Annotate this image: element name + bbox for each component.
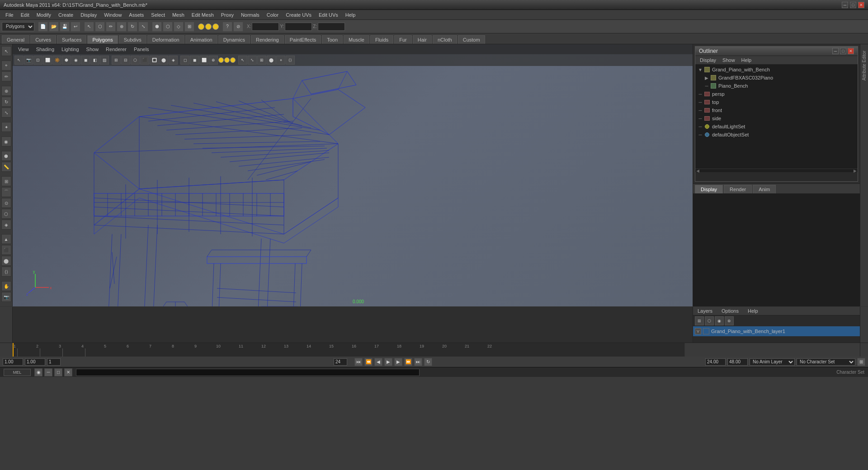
vt-select[interactable]: ↖ — [14, 56, 24, 65]
outliner-item-side[interactable]: ─ side — [695, 114, 858, 122]
anim-end-input[interactable] — [727, 358, 748, 366]
layer-menu-options[interactable]: Options — [719, 308, 741, 314]
layer-tool-4[interactable]: ⊕ — [725, 316, 734, 325]
layer-menu-help[interactable]: Help — [745, 308, 761, 314]
tb-undo[interactable]: ↩ — [71, 22, 80, 32]
lt-move[interactable]: ⊕ — [1, 86, 11, 96]
menu-edit-mesh[interactable]: Edit Mesh — [188, 11, 217, 19]
tab-general[interactable]: General — [2, 35, 29, 44]
lt-snap[interactable]: ⬢ — [1, 151, 11, 161]
vt-extra2[interactable]: ⤡ — [248, 56, 257, 65]
tab-painteffects[interactable]: PaintEffects — [285, 35, 321, 44]
outliner-maximize[interactable]: □ — [840, 48, 846, 54]
lt-scale[interactable]: ⤡ — [1, 108, 11, 118]
tab-fluids[interactable]: Fluids — [370, 35, 393, 44]
menu-edit[interactable]: Edit — [17, 11, 33, 19]
outliner-menu-display[interactable]: Display — [697, 57, 719, 63]
vp-menu-renderer[interactable]: Renderer — [103, 46, 129, 53]
tb-snap3[interactable]: ◇ — [174, 22, 184, 32]
scroll-right[interactable]: ▶ — [854, 169, 857, 173]
tab-polygons[interactable]: Polygons — [87, 35, 118, 44]
tab-surfaces[interactable]: Surfaces — [57, 35, 86, 44]
scroll-left[interactable]: ◀ — [696, 169, 699, 173]
play-start[interactable]: ⏮ — [354, 358, 363, 366]
outliner-item-top[interactable]: ─ top — [695, 98, 858, 106]
tb-question[interactable]: ⊘ — [233, 22, 243, 32]
tb-snap4[interactable]: ⊞ — [184, 22, 194, 32]
vt-shaded[interactable]: ◼ — [81, 56, 90, 65]
tab-rendering[interactable]: Rendering — [251, 35, 284, 44]
outliner-item-lightset[interactable]: ─ defaultLightSet — [695, 122, 858, 131]
play-end[interactable]: ⏭ — [414, 358, 422, 366]
layer-tool-2[interactable]: ⬡ — [705, 316, 714, 325]
tb-save[interactable]: 💾 — [60, 22, 70, 32]
tab-animation[interactable]: Animation — [185, 35, 217, 44]
ch-tab-render[interactable]: Render — [724, 185, 752, 193]
menu-assets[interactable]: Assets — [125, 11, 147, 19]
outliner-item-objectset[interactable]: ─ defaultObjectSet — [695, 131, 858, 139]
vt-render[interactable]: 🔆 — [52, 56, 61, 65]
lt-soft[interactable]: ◉ — [1, 136, 11, 146]
outliner-menu-help[interactable]: Help — [739, 57, 755, 63]
outliner-close[interactable]: ✕ — [848, 48, 854, 54]
tab-fur[interactable]: Fur — [394, 35, 412, 44]
layer-menu-layers[interactable]: Layers — [695, 308, 715, 314]
tb-lasso[interactable]: ⬡ — [95, 22, 105, 32]
lt-bevel[interactable]: ◈ — [1, 220, 11, 230]
vt-extra4[interactable]: ⬤ — [267, 56, 276, 65]
lt-bridge[interactable]: ⬛ — [1, 245, 11, 255]
tb-help[interactable]: ? — [222, 22, 232, 32]
outliner-item-front[interactable]: ─ front — [695, 106, 858, 114]
vp-menu-panels[interactable]: Panels — [131, 46, 152, 53]
play-forward[interactable]: ▶ — [384, 358, 392, 366]
menu-file[interactable]: File — [2, 11, 17, 19]
tab-subdivs[interactable]: Subdivs — [119, 35, 146, 44]
lt-grid[interactable]: ⊞ — [1, 176, 11, 186]
tb-scale[interactable]: ⤡ — [138, 22, 148, 32]
vp-menu-show[interactable]: Show — [84, 46, 102, 53]
maximize-button[interactable]: □ — [850, 2, 856, 8]
vt-display7[interactable]: ◈ — [169, 56, 178, 65]
outliner-item-fbx-piano[interactable]: ▶ GrandFBXASC032Piano — [695, 74, 858, 82]
mode-select[interactable]: Polygons — [2, 22, 34, 31]
lt-curve[interactable]: ⌒ — [1, 187, 11, 197]
vt-display4[interactable]: ⬛ — [140, 56, 149, 65]
character-set-select[interactable]: No Character Set — [797, 358, 855, 366]
vt-extra5[interactable]: ⌖ — [276, 56, 285, 65]
mel-input[interactable] — [76, 369, 420, 376]
vt-extra1[interactable]: ↖ — [238, 56, 247, 65]
tb-snap1[interactable]: ⬢ — [152, 22, 162, 32]
layer-ref[interactable] — [703, 328, 709, 334]
vt-wire[interactable]: ⬢ — [62, 56, 71, 65]
tab-curves[interactable]: Curves — [30, 35, 56, 44]
menu-edit-uvs[interactable]: Edit UVs — [315, 11, 342, 19]
vp-menu-lighting[interactable]: Lighting — [59, 46, 82, 53]
vp-menu-shading[interactable]: Shading — [33, 46, 57, 53]
vt-extra6[interactable]: ⟨⟩ — [286, 56, 295, 65]
status-btn-1[interactable]: ◉ — [34, 368, 42, 376]
vt-grid[interactable]: ⬜ — [43, 56, 52, 65]
lt-select[interactable]: ↖ — [1, 46, 11, 56]
vp-menu-view[interactable]: View — [15, 46, 32, 53]
menu-create[interactable]: Create — [55, 11, 77, 19]
vt-shade2[interactable]: ▨ — [100, 56, 109, 65]
tab-toon[interactable]: Toon — [322, 35, 343, 44]
expand-icon[interactable]: ─ — [697, 107, 703, 113]
layer-tool-1[interactable]: ⊞ — [695, 316, 704, 325]
anim-layer-select[interactable]: No Anim Layer — [750, 358, 795, 366]
menu-select[interactable]: Select — [147, 11, 169, 19]
tab-ncloth[interactable]: nCloth — [433, 35, 457, 44]
play-next-key[interactable]: ⏩ — [404, 358, 412, 366]
frame-start-input[interactable] — [47, 358, 61, 366]
minimize-button[interactable]: ─ — [842, 2, 848, 8]
outliner-content[interactable]: ▼ Grand_Piano_with_Bench ▶ GrandFBXASC03… — [695, 65, 858, 169]
vt-display2[interactable]: ⊟ — [121, 56, 130, 65]
outliner-item-persp[interactable]: ─ persp — [695, 90, 858, 98]
viewport[interactable]: View Shading Lighting Show Renderer Pane… — [13, 44, 693, 306]
menu-window[interactable]: Window — [100, 11, 125, 19]
vt-smooth[interactable]: ◉ — [71, 56, 80, 65]
outliner-item-grand-piano[interactable]: ▼ Grand_Piano_with_Bench — [695, 66, 858, 74]
expand-icon[interactable]: ─ — [697, 91, 703, 97]
lt-measure[interactable]: 📏 — [1, 162, 11, 172]
lt-paint[interactable]: ✏ — [1, 71, 11, 81]
